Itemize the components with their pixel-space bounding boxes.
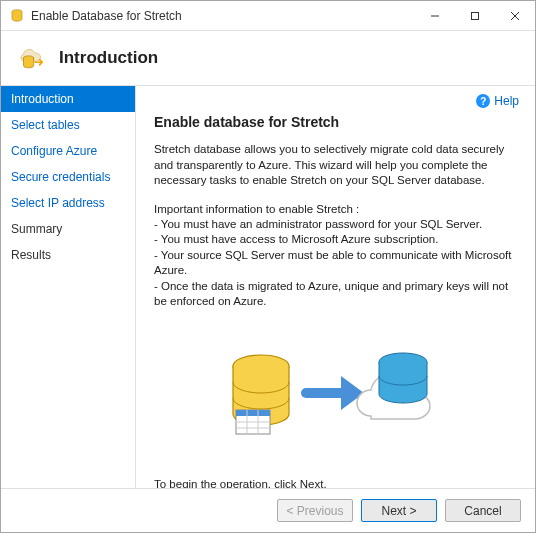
content-intro: Stretch database allows you to selective…: [154, 142, 517, 189]
sidebar-item-secure-credentials[interactable]: Secure credentials: [1, 164, 135, 190]
help-label: Help: [494, 94, 519, 108]
important-info-label: Important information to enable Stretch …: [154, 203, 517, 215]
content-title: Enable database for Stretch: [154, 114, 517, 130]
sidebar-item-summary[interactable]: Summary: [1, 216, 135, 242]
svg-rect-8: [236, 410, 270, 416]
maximize-button[interactable]: [455, 1, 495, 30]
bullet-item: - Once the data is migrated to Azure, un…: [154, 279, 517, 310]
sidebar-item-select-ip-address[interactable]: Select IP address: [1, 190, 135, 216]
sidebar-item-introduction[interactable]: Introduction: [1, 86, 135, 112]
sidebar-item-select-tables[interactable]: Select tables: [1, 112, 135, 138]
svg-rect-2: [472, 12, 479, 19]
database-cloud-icon: [15, 41, 49, 75]
wizard-content: ? Help Enable database for Stretch Stret…: [136, 86, 535, 488]
wizard-header: Introduction: [1, 31, 535, 86]
sidebar-item-configure-azure[interactable]: Configure Azure: [1, 138, 135, 164]
bullet-item: - You must have an administrator passwor…: [154, 217, 517, 233]
help-link[interactable]: ? Help: [476, 94, 519, 108]
window-controls: [415, 1, 535, 30]
titlebar: Enable Database for Stretch: [1, 1, 535, 31]
app-icon: [9, 8, 25, 24]
help-icon: ?: [476, 94, 490, 108]
next-button[interactable]: Next >: [361, 499, 437, 522]
wizard-steps-sidebar: Introduction Select tables Configure Azu…: [1, 86, 136, 488]
previous-button: < Previous: [277, 499, 353, 522]
close-button[interactable]: [495, 1, 535, 30]
window-title: Enable Database for Stretch: [31, 9, 415, 23]
cancel-button[interactable]: Cancel: [445, 499, 521, 522]
begin-text: To begin the operation, click Next.: [154, 478, 517, 488]
bullet-item: - You must have access to Microsoft Azur…: [154, 232, 517, 248]
minimize-button[interactable]: [415, 1, 455, 30]
stretch-illustration: [206, 338, 466, 458]
wizard-footer: < Previous Next > Cancel: [1, 488, 535, 532]
important-info-list: - You must have an administrator passwor…: [154, 217, 517, 310]
sidebar-item-results[interactable]: Results: [1, 242, 135, 268]
wizard-body: Introduction Select tables Configure Azu…: [1, 86, 535, 488]
bullet-item: - Your source SQL Server must be able to…: [154, 248, 517, 279]
wizard-window: Enable Database for Stretch Introduction: [0, 0, 536, 533]
page-title: Introduction: [59, 48, 158, 68]
